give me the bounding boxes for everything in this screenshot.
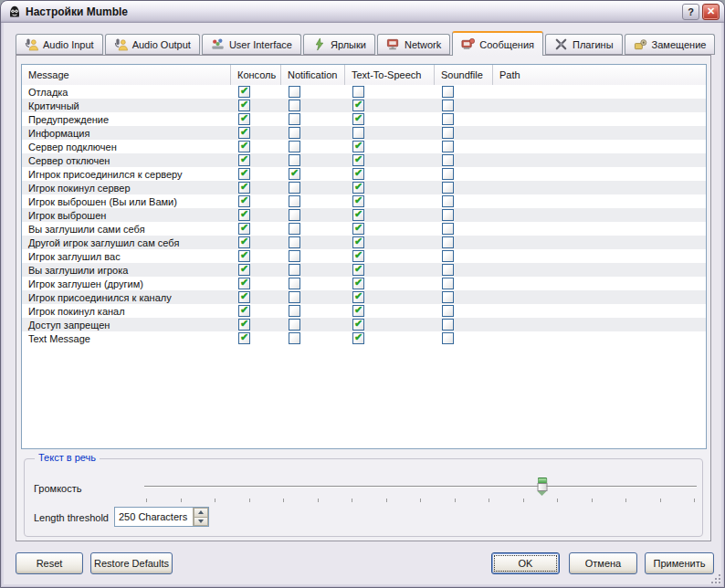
help-button[interactable]: ? (682, 4, 699, 20)
tts-checkbox[interactable] (352, 332, 364, 344)
tts-checkbox[interactable] (352, 223, 364, 235)
tab-shortcuts[interactable]: Ярлыки (303, 34, 375, 55)
column-header-text-to-speech[interactable]: Text-To-Speech (344, 65, 434, 85)
console-checkbox[interactable] (238, 127, 250, 139)
console-checkbox[interactable] (238, 250, 250, 262)
tts-checkbox[interactable] (352, 141, 364, 152)
console-checkbox[interactable] (238, 195, 250, 207)
console-checkbox[interactable] (238, 168, 250, 180)
table-row[interactable]: Игрок присоединился к каналу (22, 290, 706, 304)
console-checkbox[interactable] (238, 154, 250, 166)
notification-checkbox[interactable] (289, 223, 300, 235)
spin-down-button[interactable] (194, 518, 208, 527)
tts-checkbox[interactable] (352, 127, 364, 139)
soundfile-checkbox[interactable] (442, 195, 454, 207)
notification-checkbox[interactable] (289, 209, 300, 221)
console-checkbox[interactable] (238, 100, 250, 111)
resize-grip[interactable] (709, 572, 720, 583)
restore-defaults-button[interactable]: Restore Defaults (90, 552, 173, 574)
soundfile-checkbox[interactable] (442, 236, 454, 248)
notification-checkbox[interactable] (289, 291, 300, 303)
console-checkbox[interactable] (238, 332, 250, 344)
table-row[interactable]: Игрок заглушил вас (22, 249, 706, 263)
console-checkbox[interactable] (238, 319, 250, 331)
tts-checkbox[interactable] (352, 86, 364, 98)
tts-checkbox[interactable] (352, 250, 364, 262)
soundfile-checkbox[interactable] (442, 332, 454, 344)
apply-button[interactable]: Применить (645, 552, 714, 574)
soundfile-checkbox[interactable] (442, 250, 454, 262)
table-row[interactable]: Информация (22, 126, 706, 140)
soundfile-checkbox[interactable] (442, 168, 454, 180)
notification-checkbox[interactable] (289, 86, 300, 98)
tts-checkbox[interactable] (352, 113, 364, 125)
tts-checkbox[interactable] (352, 195, 364, 207)
tab-network[interactable]: Network (377, 34, 450, 55)
notification-checkbox[interactable] (289, 100, 300, 111)
notification-checkbox[interactable] (289, 141, 300, 152)
soundfile-checkbox[interactable] (442, 291, 454, 303)
volume-slider-handle[interactable] (537, 478, 547, 497)
notification-checkbox[interactable] (289, 182, 300, 194)
volume-slider-track[interactable] (144, 486, 697, 488)
notification-checkbox[interactable] (289, 113, 300, 125)
cancel-button[interactable]: Отмена (569, 552, 637, 574)
table-row[interactable]: Игрок выброшен (22, 208, 706, 222)
table-row[interactable]: Text Message (22, 331, 706, 345)
notification-checkbox[interactable] (289, 236, 300, 248)
tts-checkbox[interactable] (352, 100, 364, 111)
notification-checkbox[interactable] (289, 319, 300, 331)
tts-checkbox[interactable] (352, 168, 364, 180)
notification-checkbox[interactable] (289, 127, 300, 139)
tab-user-interface[interactable]: User Interface (202, 34, 301, 55)
tts-checkbox[interactable] (352, 278, 364, 289)
tts-checkbox[interactable] (352, 305, 364, 317)
soundfile-checkbox[interactable] (442, 305, 454, 317)
reset-button[interactable]: Reset (16, 552, 83, 574)
tts-checkbox[interactable] (352, 236, 364, 248)
table-row[interactable]: Другой игрок заглушил сам себя (22, 236, 706, 249)
console-checkbox[interactable] (238, 182, 250, 194)
table-row[interactable]: Игрок покинул канал (22, 304, 706, 318)
spin-up-button[interactable] (194, 508, 208, 518)
table-row[interactable]: Доступ запрещен (22, 318, 706, 331)
tts-checkbox[interactable] (352, 319, 364, 331)
tab-audio-output[interactable]: Audio Output (105, 34, 200, 55)
console-checkbox[interactable] (238, 236, 250, 248)
soundfile-checkbox[interactable] (442, 113, 454, 125)
notification-checkbox[interactable] (289, 168, 300, 180)
notification-checkbox[interactable] (289, 332, 300, 344)
column-header-message[interactable]: Message (22, 65, 230, 85)
soundfile-checkbox[interactable] (442, 209, 454, 221)
console-checkbox[interactable] (238, 278, 250, 289)
console-checkbox[interactable] (238, 86, 250, 98)
table-row[interactable]: Сервер отключен (22, 153, 706, 167)
notification-checkbox[interactable] (289, 195, 300, 207)
soundfile-checkbox[interactable] (442, 182, 454, 194)
column-header-notification[interactable]: Notification (280, 65, 344, 85)
console-checkbox[interactable] (238, 264, 250, 276)
tts-checkbox[interactable] (352, 154, 364, 166)
tts-checkbox[interactable] (352, 291, 364, 303)
table-row[interactable]: Сервер подключен (22, 140, 706, 153)
table-row[interactable]: Отладка (22, 85, 706, 99)
console-checkbox[interactable] (238, 209, 250, 221)
tab-plugins[interactable]: Плагины (545, 34, 623, 55)
console-checkbox[interactable] (238, 291, 250, 303)
console-checkbox[interactable] (238, 141, 250, 152)
ok-button[interactable]: OK (491, 552, 560, 574)
tab-messages[interactable]: Сообщения (452, 31, 543, 56)
tts-checkbox[interactable] (352, 182, 364, 194)
table-row[interactable]: Вы заглушили сами себя (22, 222, 706, 236)
tts-checkbox[interactable] (352, 264, 364, 276)
notification-checkbox[interactable] (289, 278, 300, 289)
console-checkbox[interactable] (238, 113, 250, 125)
tab-audio-input[interactable]: Audio Input (16, 34, 103, 55)
table-row[interactable]: Игнрок присоединился к серверу (22, 167, 706, 181)
table-row[interactable]: Предупреждение (22, 112, 706, 126)
table-row[interactable]: Игрок заглушен (другим) (22, 277, 706, 290)
soundfile-checkbox[interactable] (442, 141, 454, 152)
table-row[interactable]: Игрок выброшен (Вы или Вами) (22, 194, 706, 208)
soundfile-checkbox[interactable] (442, 278, 454, 289)
soundfile-checkbox[interactable] (442, 127, 454, 139)
